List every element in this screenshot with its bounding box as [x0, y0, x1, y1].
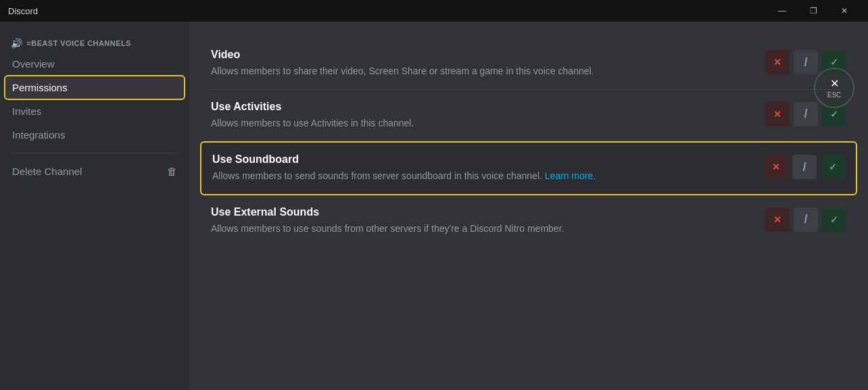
- toggle-group-use-external-sounds: ✕ / ✓: [765, 208, 846, 232]
- minimize-button[interactable]: —: [767, 0, 798, 22]
- neutral-button-use-soundboard[interactable]: /: [792, 155, 817, 179]
- title-bar-left: Discord: [8, 6, 38, 16]
- allow-button-use-external-sounds[interactable]: ✓: [822, 208, 846, 232]
- permission-row-use-external-sounds: Use External Sounds Allows members to us…: [211, 195, 846, 247]
- sidebar-item-permissions-label: Permissions: [12, 82, 68, 93]
- title-bar: Discord — ❐ ✕: [0, 0, 868, 22]
- app-body: 🔊 =BEAST VOICE CHANNELS Overview Permiss…: [0, 22, 868, 390]
- sidebar-item-permissions[interactable]: Permissions: [5, 76, 184, 99]
- permission-desc-use-activities: Allows members to use Activities in this…: [211, 117, 749, 130]
- sidebar-item-integrations-label: Integrations: [12, 129, 65, 141]
- deny-button-use-soundboard[interactable]: ✕: [764, 155, 788, 179]
- delete-channel-icon: 🗑: [167, 166, 177, 177]
- content-area: Video Allows members to share their vide…: [189, 22, 868, 390]
- permission-title-use-external-sounds: Use External Sounds: [211, 206, 749, 218]
- permission-info-video: Video Allows members to share their vide…: [211, 49, 749, 78]
- maximize-button[interactable]: ❐: [798, 0, 829, 22]
- sidebar-item-integrations[interactable]: Integrations: [5, 124, 184, 146]
- permission-desc-use-soundboard: Allows members to send sounds from serve…: [212, 170, 748, 183]
- esc-x-mark: ✕: [830, 77, 839, 90]
- sidebar-section-title: =BEAST VOICE CHANNELS: [26, 39, 130, 47]
- permission-info-use-external-sounds: Use External Sounds Allows members to us…: [211, 206, 749, 236]
- permission-row-video: Video Allows members to share their vide…: [211, 38, 846, 90]
- sidebar-item-overview-label: Overview: [12, 58, 55, 70]
- permission-desc-use-external-sounds: Allows members to use sounds from other …: [211, 222, 749, 236]
- permission-title-use-activities: Use Activities: [211, 101, 749, 113]
- permission-desc-video: Allows members to share their video, Scr…: [211, 65, 749, 78]
- permission-info-use-activities: Use Activities Allows members to use Act…: [211, 101, 749, 130]
- permission-desc-text-soundboard: Allows members to send sounds from serve…: [212, 170, 542, 181]
- sidebar: 🔊 =BEAST VOICE CHANNELS Overview Permiss…: [0, 22, 189, 390]
- toggle-group-use-soundboard: ✕ / ✓: [764, 155, 845, 179]
- neutral-button-use-external-sounds[interactable]: /: [794, 208, 818, 232]
- allow-button-use-soundboard[interactable]: ✓: [821, 155, 845, 179]
- permission-info-use-soundboard: Use Soundboard Allows members to send so…: [212, 153, 748, 183]
- sidebar-item-delete-channel[interactable]: Delete Channel 🗑: [5, 160, 184, 182]
- title-bar-controls: — ❐ ✕: [767, 0, 860, 22]
- sidebar-item-invites[interactable]: Invites: [5, 100, 184, 122]
- delete-channel-label: Delete Channel: [12, 166, 82, 177]
- deny-button-video[interactable]: ✕: [765, 50, 790, 74]
- permission-title-use-soundboard: Use Soundboard: [212, 153, 748, 166]
- esc-label: ESC: [827, 91, 842, 99]
- esc-button[interactable]: ✕ ESC: [814, 68, 854, 108]
- neutral-button-video[interactable]: /: [794, 50, 818, 74]
- permission-title-video: Video: [211, 49, 749, 61]
- deny-button-use-external-sounds[interactable]: ✕: [765, 208, 790, 232]
- sidebar-item-invites-label: Invites: [12, 105, 41, 117]
- app-title: Discord: [8, 6, 38, 16]
- sidebar-section-header: 🔊 =BEAST VOICE CHANNELS: [5, 32, 184, 51]
- deny-button-use-activities[interactable]: ✕: [765, 102, 790, 126]
- sidebar-item-overview[interactable]: Overview: [5, 53, 184, 75]
- permission-row-use-soundboard: Use Soundboard Allows members to send so…: [200, 141, 857, 195]
- permission-row-use-activities: Use Activities Allows members to use Act…: [211, 90, 846, 142]
- neutral-button-use-activities[interactable]: /: [794, 102, 818, 126]
- learn-more-link-soundboard[interactable]: Learn more.: [545, 170, 596, 181]
- voice-channel-icon: 🔊: [11, 38, 22, 49]
- sidebar-divider: [12, 153, 177, 153]
- close-button[interactable]: ✕: [829, 0, 860, 22]
